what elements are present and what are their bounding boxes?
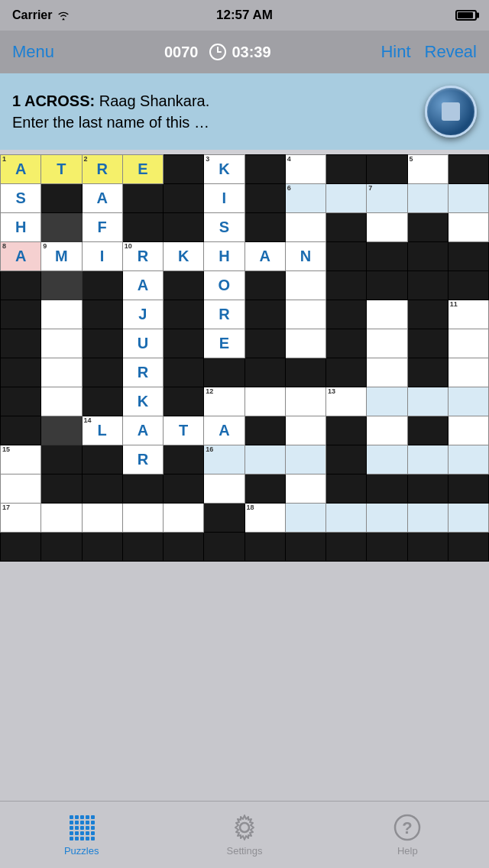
cell-2-12[interactable] (448, 184, 488, 213)
cell-9-11[interactable] (407, 387, 448, 416)
cell-9-4[interactable]: K (122, 387, 163, 416)
cell-3-10[interactable] (367, 213, 407, 242)
cell-11-11[interactable] (407, 445, 448, 474)
cell-9-10[interactable] (367, 387, 407, 416)
cell-13-5[interactable] (164, 504, 204, 533)
cell-13-8[interactable] (285, 504, 325, 533)
cell-8-2[interactable] (41, 358, 82, 387)
cell-5-6[interactable]: O (204, 271, 244, 300)
cell-1-3[interactable]: 2R (82, 155, 122, 184)
cell-5-8[interactable] (285, 271, 325, 300)
cell-7-6[interactable]: E (204, 329, 244, 358)
cell-6-10[interactable] (367, 300, 407, 329)
cell-1-6[interactable]: 3K (204, 155, 244, 184)
cell-2-1[interactable]: S (1, 184, 41, 213)
cell-11-4[interactable]: R (122, 445, 163, 474)
crossword-table[interactable]: 1A T 2R E 3K 4 5 S A I (0, 154, 489, 562)
cell-9-2[interactable] (41, 387, 82, 416)
cell-3-1[interactable]: H (1, 213, 41, 242)
stop-button[interactable] (425, 86, 477, 138)
cell-6-8[interactable] (285, 300, 325, 329)
crossword-grid[interactable]: 1A T 2R E 3K 4 5 S A I (0, 154, 489, 562)
cell-13-2[interactable] (41, 504, 82, 533)
cell-13-9[interactable] (326, 504, 367, 533)
cell-12-6[interactable] (204, 474, 244, 504)
cell-4-7[interactable]: A (244, 242, 285, 271)
cell-12-8[interactable] (285, 474, 325, 504)
cell-7-1 (1, 329, 41, 358)
cell-11-10[interactable] (367, 445, 407, 474)
cell-5-4[interactable]: A (122, 271, 163, 300)
cell-10-6[interactable]: A (204, 416, 244, 445)
cell-9-12[interactable] (448, 387, 488, 416)
hint-button[interactable]: Hint (381, 42, 410, 62)
cell-4-9 (326, 242, 367, 271)
cell-2-6[interactable]: I (204, 184, 244, 213)
cell-3-8[interactable] (285, 213, 325, 242)
cell-3-12[interactable] (448, 213, 488, 242)
cell-6-6[interactable]: R (204, 300, 244, 329)
cell-1-8[interactable]: 4 (285, 155, 325, 184)
cell-13-12[interactable] (448, 504, 488, 533)
cell-13-1[interactable]: 17 (1, 504, 41, 533)
cell-1-11[interactable]: 5 (407, 155, 448, 184)
cell-2-11[interactable] (407, 184, 448, 213)
cell-10-4[interactable]: A (122, 416, 163, 445)
cell-4-2[interactable]: 9M (41, 242, 82, 271)
cell-10-12[interactable] (448, 416, 488, 445)
cell-13-10[interactable] (367, 504, 407, 533)
cell-7-10[interactable] (367, 329, 407, 358)
cell-11-8[interactable] (285, 445, 325, 474)
cell-7-12[interactable] (448, 329, 488, 358)
cell-4-3[interactable]: I (82, 242, 122, 271)
reveal-button[interactable]: Reveal (425, 42, 477, 62)
cell-1-1[interactable]: 1A (1, 155, 41, 184)
cell-10-10[interactable] (367, 416, 407, 445)
cell-11-1[interactable]: 15 (1, 445, 41, 474)
cell-9-8[interactable] (285, 387, 325, 416)
tab-settings[interactable]: Settings (163, 813, 325, 857)
cell-13-7[interactable]: 18 (244, 504, 285, 533)
cell-11-12[interactable] (448, 445, 488, 474)
cell-12-1[interactable] (1, 474, 41, 504)
cell-3-3[interactable]: F (82, 213, 122, 242)
cell-1-4[interactable]: E (122, 155, 163, 184)
cell-8-4[interactable]: R (122, 358, 163, 387)
cell-4-5[interactable]: K (164, 242, 204, 271)
cell-6-2[interactable] (41, 300, 82, 329)
cell-6-4[interactable]: J (122, 300, 163, 329)
cell-1-2[interactable]: T (41, 155, 82, 184)
cell-7-4[interactable]: U (122, 329, 163, 358)
cell-9-9[interactable]: 13 (326, 387, 367, 416)
cell-10-3[interactable]: 14L (82, 416, 122, 445)
cell-11-7[interactable] (244, 445, 285, 474)
table-row: 8A 9M I 10R K H A N (1, 242, 489, 271)
cell-9-7[interactable] (244, 387, 285, 416)
cell-4-1[interactable]: 8A (1, 242, 41, 271)
cell-4-6[interactable]: H (204, 242, 244, 271)
cell-11-6[interactable]: 16 (204, 445, 244, 474)
cell-13-4[interactable] (122, 504, 163, 533)
tab-puzzles[interactable]: Puzzles (0, 813, 163, 857)
cell-2-8[interactable]: 6 (285, 184, 325, 213)
cell-10-5[interactable]: T (164, 416, 204, 445)
cell-6-12[interactable]: 11 (448, 300, 488, 329)
cell-13-3[interactable] (82, 504, 122, 533)
cell-7-2[interactable] (41, 329, 82, 358)
cell-8-12[interactable] (448, 358, 488, 387)
cell-2-9[interactable] (326, 184, 367, 213)
clue-text: 1 ACROSS: Raag Shankara.Enter the last n… (12, 90, 416, 133)
svg-rect-9 (70, 821, 73, 824)
tab-help[interactable]: ? Help (326, 813, 489, 857)
cell-2-10[interactable]: 7 (367, 184, 407, 213)
cell-8-10[interactable] (367, 358, 407, 387)
menu-button[interactable]: Menu (12, 42, 54, 62)
cell-10-8[interactable] (285, 416, 325, 445)
cell-7-8[interactable] (285, 329, 325, 358)
cell-2-3[interactable]: A (82, 184, 122, 213)
cell-4-4[interactable]: 10R (122, 242, 163, 271)
cell-3-6[interactable]: S (204, 213, 244, 242)
cell-4-8[interactable]: N (285, 242, 325, 271)
cell-13-11[interactable] (407, 504, 448, 533)
cell-9-6[interactable]: 12 (204, 387, 244, 416)
